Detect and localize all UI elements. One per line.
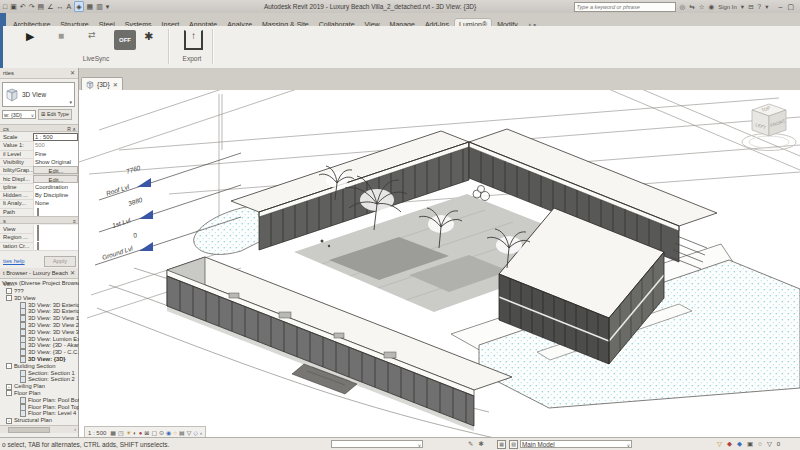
section-icon[interactable]: ▦ <box>87 2 94 11</box>
worksets-icon[interactable]: ✱ <box>478 440 483 448</box>
help-icon[interactable]: ? <box>758 3 762 10</box>
tree-group[interactable]: -Floor Plan <box>0 390 84 397</box>
active-only-tile-icon[interactable]: ▨ <box>509 440 518 449</box>
detail-level-icon[interactable]: ▦ <box>110 430 116 436</box>
crop-view-icon[interactable]: ⊠ <box>144 430 149 436</box>
livesync-stop-button[interactable]: ■ <box>58 30 64 41</box>
apply-button[interactable]: Apply <box>44 256 76 267</box>
reveal-hidden-icon[interactable]: ○ <box>173 430 177 436</box>
checkbox[interactable] <box>37 225 39 233</box>
thin-lines-icon[interactable]: ▥ <box>96 2 103 11</box>
open-icon[interactable]: □ <box>3 2 7 11</box>
qat-customize-icon[interactable]: ▾ <box>106 2 110 11</box>
livesync-play-button[interactable]: ▶ <box>26 30 34 43</box>
chevron-down-icon[interactable]: ▾ <box>69 99 72 105</box>
graphics-category-row[interactable]: csR ∧ <box>0 124 78 132</box>
default-3d-view-icon[interactable]: ◈ <box>74 1 83 12</box>
temporary-hide-isolate-icon[interactable]: ◉ <box>166 430 171 436</box>
search-go-icon[interactable]: ◎ <box>680 3 686 11</box>
file-tab[interactable] <box>0 13 6 26</box>
collapse-icon[interactable]: - <box>6 363 12 369</box>
checkbox[interactable] <box>37 233 39 241</box>
redo-icon[interactable]: ↷ <box>29 2 35 11</box>
measure-icon[interactable]: ∠ <box>47 2 53 11</box>
signin-dropdown-icon[interactable]: ▾ <box>741 3 744 11</box>
tree-group[interactable]: -3D View <box>0 295 84 302</box>
edit-type-button[interactable]: ⊞ Edit Type <box>38 109 72 120</box>
visual-style-icon[interactable]: ◳ <box>118 430 124 436</box>
cart-icon[interactable]: ⊟ <box>748 3 753 11</box>
property-value-input[interactable]: None <box>33 199 78 207</box>
help-dropdown-icon[interactable]: ▾ <box>765 3 768 11</box>
edit-button[interactable]: Edit... <box>33 166 78 174</box>
sun-path-icon[interactable]: ☀ <box>126 430 131 436</box>
press-drag-select-icon[interactable]: ◆ <box>727 440 732 448</box>
select-pinned-icon[interactable]: ▣ <box>747 440 753 448</box>
edit-button[interactable]: Edit... <box>33 175 78 183</box>
print-icon[interactable]: ▤ <box>38 2 45 11</box>
tree-group[interactable]: -Building Section <box>0 363 84 370</box>
properties-header[interactable]: rties✕ <box>0 68 78 79</box>
checkbox[interactable] <box>37 208 39 216</box>
view-instance-combo[interactable]: w: {3D}∨ <box>2 110 36 119</box>
select-by-face-icon[interactable]: ○ <box>758 440 762 448</box>
collapse-icon[interactable]: - <box>6 288 12 294</box>
tree-group[interactable]: +Structural Plan <box>0 417 84 424</box>
render-icon[interactable]: ● <box>139 430 143 436</box>
save-icon[interactable]: ▣ <box>10 2 17 11</box>
project-browser-header[interactable]: t Browser - Luxury Beach Vill...✕ <box>0 268 78 279</box>
browser-organization-row[interactable]: Views (Diverse Project Browse ∧ <box>0 280 80 287</box>
hide-analytical-icon[interactable]: ▽ <box>187 430 192 436</box>
expand-icon[interactable]: + <box>6 384 12 390</box>
property-value-input[interactable]: By Discipline <box>33 191 78 199</box>
property-value-input[interactable]: Show Original <box>33 158 78 166</box>
tree-group[interactable]: +Ceiling Plan <box>0 383 84 390</box>
drawing-area[interactable]: 7760 Roof Lvl 3880 1st Lvl 0 Ground Lvl … <box>79 90 800 437</box>
lock-3d-view-icon[interactable]: ⊙ <box>159 430 164 436</box>
viewcube[interactable]: TOP LEFT FRONT <box>742 104 796 151</box>
edit-requests-icon[interactable]: ✎ <box>468 440 473 448</box>
close-icon[interactable]: ✕ <box>70 68 75 79</box>
export-button[interactable]: ↑ <box>184 30 203 50</box>
livesync-off-toggle[interactable]: OFF <box>114 30 136 50</box>
close-icon[interactable]: ✕ <box>70 268 75 279</box>
property-value-input[interactable]: Coordination <box>33 183 78 191</box>
search-input[interactable] <box>574 2 676 12</box>
browser-horizontal-scrollbar[interactable]: › <box>0 425 78 433</box>
collapse-icon[interactable]: - <box>6 390 12 396</box>
exchange-apps-icon[interactable]: ⇆ <box>689 3 694 11</box>
checkbox[interactable] <box>37 242 39 250</box>
property-value-input[interactable]: 1 : 500 <box>33 133 78 141</box>
displacement-icon[interactable]: ◇ <box>193 430 198 436</box>
expand-icon[interactable]: + <box>6 418 12 424</box>
sign-in-link[interactable]: Sign In <box>718 4 737 10</box>
undo-icon[interactable]: ↶ <box>20 2 26 11</box>
collapse-icon[interactable]: ‹ <box>200 430 202 436</box>
main-model-combo[interactable]: Main Model∨ <box>520 440 632 448</box>
shadows-icon[interactable]: ◐ <box>133 430 137 436</box>
collapse-icon[interactable]: - <box>6 295 12 301</box>
tree-item[interactable]: -??? <box>0 288 84 295</box>
design-option-combo[interactable]: ∨ <box>331 440 423 448</box>
crop-region-icon[interactable]: ▢ <box>151 430 157 436</box>
aligned-dimension-icon[interactable]: ↔ <box>57 2 64 11</box>
selection-filter-icon[interactable]: ▽ <box>767 440 772 448</box>
close-icon[interactable]: ✕ <box>113 81 118 88</box>
select-links-icon[interactable]: ◆ <box>737 440 742 448</box>
properties-help-link[interactable]: ties help <box>3 258 25 264</box>
user-icon[interactable]: ◉ <box>709 3 715 11</box>
temporary-view-properties-icon[interactable]: ▤ <box>179 430 185 436</box>
maximize-button[interactable]: ▢ <box>787 3 794 11</box>
type-selector[interactable]: 3D View ▾ <box>2 82 75 107</box>
design-options-tile-icon[interactable]: ▦ <box>497 440 506 449</box>
editable-only-filter-icon[interactable]: ▽ <box>717 440 722 448</box>
view-tab-3d[interactable]: {3D} ✕ <box>81 77 123 91</box>
extents-category-row[interactable]: s≡ <box>0 216 78 224</box>
favorites-icon[interactable]: ☆ <box>699 3 705 11</box>
property-value-input[interactable]: Fine <box>33 150 78 158</box>
text-icon[interactable]: A <box>67 2 72 11</box>
livesync-settings-gear-icon[interactable]: ✱ <box>144 30 153 43</box>
scale-button[interactable]: 1 : 500 <box>88 430 106 436</box>
minimize-button[interactable]: – <box>778 3 782 11</box>
livesync-sync-icon[interactable]: ⇄ <box>88 30 96 40</box>
